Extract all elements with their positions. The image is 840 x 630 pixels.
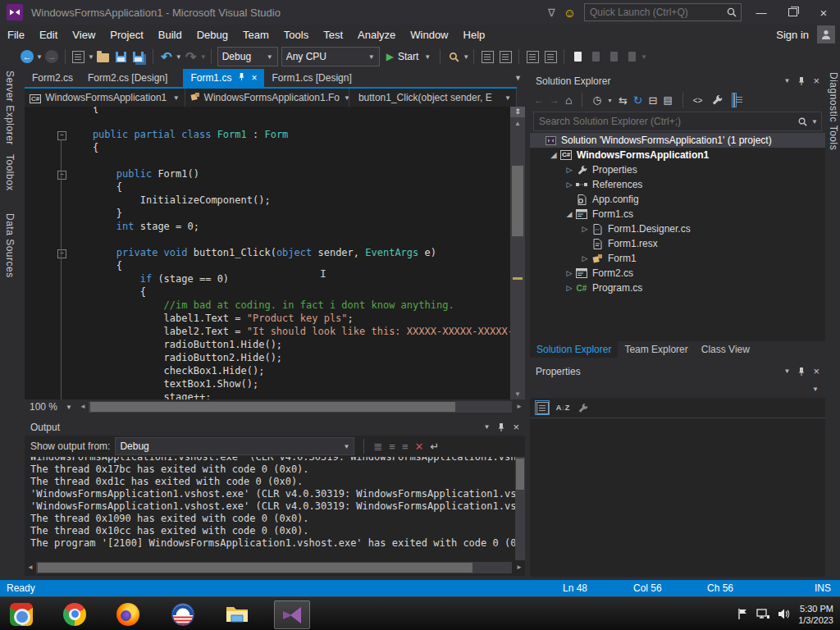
minimize-icon[interactable]: — (750, 7, 773, 19)
editor-zoom-combo[interactable]: 100 %▼ (25, 401, 77, 413)
decrease-indent-icon[interactable] (524, 48, 541, 66)
properties-object-combo[interactable]: ▼ (530, 380, 825, 398)
dropdown-caret-icon[interactable]: ▼ (88, 53, 94, 61)
chrome-icon[interactable] (57, 600, 92, 628)
home-icon[interactable]: ⌂ (565, 94, 572, 107)
menu-window[interactable]: Window (403, 29, 455, 41)
navbar-segment[interactable]: button1_Click(object sender, E▼ (349, 89, 517, 107)
alphabetical-icon[interactable]: A↓Z (556, 401, 569, 414)
pin-icon[interactable] (797, 367, 806, 377)
flag-icon[interactable] (737, 608, 749, 620)
bookmark-icon[interactable] (569, 48, 586, 66)
dropdown-caret-icon[interactable]: ▼ (173, 94, 180, 102)
search-options-dropdown-icon[interactable]: ▼ (811, 118, 818, 126)
close-tab-icon[interactable]: × (251, 72, 257, 84)
close-icon[interactable]: × (813, 75, 819, 87)
pin-icon[interactable] (238, 72, 245, 84)
solution-explorer-header[interactable]: Solution Explorer ▼ × (530, 72, 825, 89)
tool-tab-solution-explorer[interactable]: Solution Explorer (530, 341, 618, 358)
menu-build[interactable]: Build (151, 29, 189, 41)
tree-item[interactable]: Solution 'WindowsFormsApplication1' (1 p… (530, 133, 825, 148)
properties-header[interactable]: Properties ▼ × (530, 363, 825, 380)
quick-launch-input[interactable] (585, 7, 726, 18)
document-tab[interactable]: Form1.cs [Design] (264, 69, 358, 87)
chromium-icon[interactable] (4, 600, 39, 628)
dropdown-caret-icon[interactable]: ▼ (504, 94, 511, 102)
obama-icon[interactable] (166, 600, 200, 628)
solution-explorer-search[interactable]: ▼ (533, 112, 822, 131)
uncomment-icon[interactable] (497, 48, 514, 66)
new-project-icon[interactable] (71, 48, 87, 66)
firefox-icon[interactable] (111, 600, 145, 628)
fold-collapse-icon[interactable]: − (57, 171, 66, 180)
smiley-feedback-icon[interactable]: ☺ (564, 6, 576, 20)
find-in-files-icon[interactable] (445, 48, 462, 66)
menu-view[interactable]: View (65, 29, 103, 41)
comment-icon[interactable] (479, 48, 495, 66)
solution-search-input[interactable] (534, 116, 797, 127)
tree-item[interactable]: ▷Properties (530, 162, 825, 177)
expander-closed-icon[interactable]: ▷ (580, 225, 590, 233)
clear-all-icon[interactable]: ✕ (414, 441, 423, 453)
tree-item[interactable]: ▷Form1 (530, 251, 825, 266)
show-all-files-icon[interactable]: ▤ (663, 94, 672, 106)
menu-file[interactable]: File (0, 29, 32, 41)
visual-studio-icon[interactable] (274, 600, 310, 629)
document-tab[interactable]: Form2.cs (25, 69, 80, 87)
back-icon[interactable]: ← (19, 48, 35, 66)
menu-analyze[interactable]: Analyze (350, 29, 403, 41)
editor-horizontal-scrollbar[interactable] (89, 401, 512, 413)
close-icon[interactable]: × (812, 6, 835, 20)
navbar-segment[interactable]: C#WindowsFormsApplication1▼ (25, 89, 185, 107)
platform-combo[interactable]: Any CPU▼ (281, 47, 380, 66)
tree-item[interactable]: ▷Form1.Designer.cs (530, 221, 825, 236)
scroll-left-icon[interactable]: ◄ (25, 562, 36, 573)
expander-closed-icon[interactable]: ▷ (564, 284, 574, 292)
menu-edit[interactable]: Edit (32, 29, 65, 41)
sync-with-active-document-icon[interactable]: ⇆ (619, 94, 628, 107)
tool-tab-class-view[interactable]: Class View (695, 341, 756, 358)
tree-item[interactable]: Form1.resx (530, 236, 825, 251)
output-log[interactable]: WindowsFormsApplication1.vshost.exe (CLR… (25, 457, 525, 561)
save-all-icon[interactable] (131, 48, 148, 66)
sidebar-tab-diagnostic-tools[interactable]: Diagnostic Tools (828, 72, 839, 150)
preview-selected-icon[interactable] (732, 93, 737, 107)
output-header[interactable]: Output ▼ × (25, 418, 525, 436)
pending-changes-icon[interactable]: ◷ (592, 94, 600, 106)
menu-tools[interactable]: Tools (276, 29, 316, 41)
pin-icon[interactable] (497, 422, 505, 432)
dropdown-caret-icon[interactable]: ▼ (641, 53, 647, 61)
window-position-dropdown-icon[interactable]: ▼ (783, 368, 790, 375)
menu-debug[interactable]: Debug (189, 29, 235, 41)
dropdown-caret-icon[interactable]: ▼ (200, 53, 207, 61)
scrollbar-thumb[interactable] (90, 402, 455, 412)
scrollbar-thumb[interactable] (38, 563, 472, 573)
tree-item[interactable]: ◢Form1.cs (530, 207, 825, 221)
expander-closed-icon[interactable]: ▷ (564, 180, 574, 189)
increase-indent-icon[interactable] (542, 48, 559, 66)
word-wrap-icon[interactable]: ↵ (430, 441, 439, 453)
properties-icon[interactable] (709, 91, 725, 109)
scroll-left-icon[interactable]: ◄ (77, 401, 89, 413)
menu-test[interactable]: Test (316, 29, 350, 41)
window-position-dropdown-icon[interactable]: ▼ (783, 77, 790, 84)
property-pages-icon[interactable] (576, 401, 589, 414)
fold-collapse-icon[interactable]: − (57, 131, 66, 140)
tree-item[interactable]: ◢C#WindowsFormsApplication1 (530, 148, 825, 162)
clock[interactable]: 5:30 PM 1/3/2023 (798, 603, 833, 626)
window-position-dropdown-icon[interactable]: ▼ (483, 423, 490, 431)
dropdown-caret-icon[interactable]: ▼ (344, 94, 349, 102)
output-source-combo[interactable]: Debug▼ (115, 437, 354, 455)
restore-icon[interactable] (781, 7, 804, 19)
tree-item[interactable]: ▷C#Program.cs (530, 281, 825, 295)
pin-icon[interactable] (797, 76, 806, 86)
debug-configuration-combo[interactable]: Debug▼ (217, 47, 278, 66)
navbar-segment[interactable]: WindowsFormsApplication1.Fo▼ (185, 89, 349, 107)
document-tab[interactable]: Form1.cs× (183, 69, 264, 87)
scrollbar-thumb[interactable] (516, 459, 524, 490)
sidebar-tab-data-sources[interactable]: Data Sources (4, 213, 16, 278)
scroll-up-icon[interactable]: ▲ (510, 118, 525, 129)
dropdown-caret-icon[interactable]: ▼ (607, 98, 613, 103)
tool-tab-team-explorer[interactable]: Team Explorer (618, 341, 694, 358)
undo-icon[interactable]: ↶ (158, 48, 175, 66)
